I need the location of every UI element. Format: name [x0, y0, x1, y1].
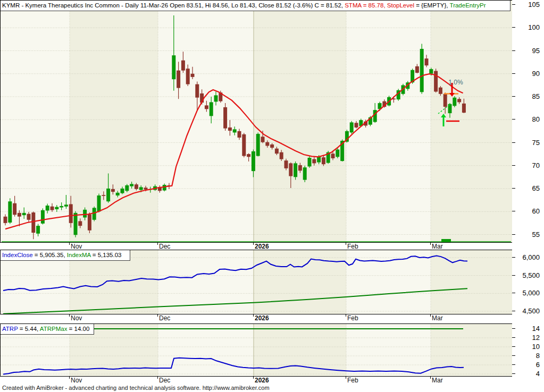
- y-axis-tick-label: 5,500: [515, 271, 540, 279]
- indexma-name: IndexMA: [67, 252, 91, 258]
- indexma-value: = 5,135.03: [91, 252, 122, 258]
- x-axis-tick: [253, 376, 254, 379]
- x-axis-month-label: Nov: [71, 377, 82, 384]
- x-axis-month-label: Feb: [347, 243, 358, 250]
- y-axis-tick-label: 55: [515, 231, 540, 238]
- x-axis-month-label: Mar: [432, 243, 443, 250]
- x-axis-month-label: Dec: [159, 377, 170, 384]
- x-axis-tick: [346, 314, 346, 317]
- x-axis-month-label: Mar: [432, 377, 443, 384]
- x-axis-tick: [69, 242, 70, 245]
- x-axis-tick: [157, 314, 158, 317]
- x-axis-month-label: Dec: [159, 314, 170, 322]
- risk-percent-label: 1.0%: [448, 79, 463, 86]
- x-axis-tick: [346, 242, 346, 245]
- title-stoplevel-value: = {EMPTY},: [414, 2, 450, 8]
- x-axis-tick: [346, 376, 346, 379]
- y-axis-tick-label: 65: [515, 184, 540, 192]
- x-axis-tick: [69, 376, 70, 379]
- indexclose-value: = 5,905.35,: [33, 252, 67, 258]
- y-axis-tick-label: 10: [515, 343, 540, 351]
- amibroker-window: 1.0% KYMR - Kymera Therapeutics Inc Comm…: [0, 0, 544, 392]
- price-axis-column: 1051009590858075706560556,0005,5005,0004…: [512, 0, 544, 392]
- x-axis-atrp-pane: NovDec2026FebMar: [0, 377, 513, 384]
- y-axis-tick-label: 5,000: [515, 289, 540, 297]
- y-axis-tick-label: 8: [515, 352, 540, 360]
- x-axis-tick: [69, 314, 70, 317]
- y-axis-tick-label: 80: [515, 115, 540, 123]
- atrp-value: = 5.44,: [18, 326, 40, 332]
- atrpmax-value: = 14.00: [67, 326, 89, 332]
- index-pane[interactable]: IndexClose = 5,905.35, IndexMA = 5,135.0…: [0, 250, 513, 314]
- x-axis-month-label: Dec: [159, 243, 170, 250]
- x-axis-month-label: 2026: [255, 243, 269, 250]
- y-axis-tick-label: 90: [515, 70, 540, 78]
- title-stoplevel-name: StopLevel: [387, 2, 414, 8]
- x-axis-month-label: 2026: [255, 314, 269, 322]
- indexclose-name: IndexClose: [2, 252, 33, 258]
- x-axis-tick: [430, 242, 431, 245]
- x-axis-month-label: Feb: [347, 314, 358, 322]
- y-axis-tick-label: 4,500: [515, 307, 540, 315]
- x-axis-month-label: Nov: [71, 243, 82, 250]
- y-axis-tick-label: 6,000: [515, 253, 540, 261]
- x-axis-tick: [157, 376, 158, 379]
- title-stma: STMA = 85.78,: [345, 2, 387, 8]
- price-chart: 1.0%: [1, 1, 512, 242]
- price-pane[interactable]: 1.0% KYMR - Kymera Therapeutics Inc Comm…: [0, 0, 513, 243]
- x-axis-tick: [430, 376, 431, 379]
- footer-credit: Created with AmiBroker - advanced charti…: [2, 385, 270, 391]
- atrp-name: ATRP: [2, 326, 18, 332]
- atrp-pane-title: ATRP = 5.44, ATRPMax = 14.00: [1, 324, 94, 335]
- y-axis-tick-label: 6: [515, 361, 540, 369]
- x-axis-tick: [430, 314, 431, 317]
- x-axis-month-label: Mar: [432, 314, 443, 322]
- index-pane-title: IndexClose = 5,905.35, IndexMA = 5,135.0…: [1, 250, 130, 261]
- position-bar: [441, 239, 451, 242]
- y-axis-tick-label: 70: [515, 161, 540, 169]
- month-bands: [1, 1, 512, 242]
- x-axis-price-pane: NovDec2026FebMar: [0, 243, 513, 250]
- y-axis-tick-label: 75: [515, 139, 540, 147]
- y-axis-tick-label: 100: [515, 23, 540, 31]
- title-trade-entry: TradeEntryPr: [450, 2, 486, 8]
- x-axis-month-label: Feb: [347, 377, 358, 384]
- y-axis-tick-label: 105: [515, 1, 540, 8]
- y-axis-tick-label: 95: [515, 47, 540, 55]
- y-axis-tick-label: 85: [515, 92, 540, 100]
- y-axis-tick-label: 14: [515, 325, 540, 333]
- title-symbol-info: KYMR - Kymera Therapeutics Inc Common - …: [2, 2, 345, 8]
- y-axis-tick-label: 60: [515, 207, 540, 215]
- x-axis-month-label: 2026: [255, 377, 269, 384]
- atrpmax-name: ATRPMax: [40, 326, 68, 332]
- x-axis-tick: [253, 314, 254, 317]
- x-axis-index-pane: NovDec2026FebMar: [0, 314, 513, 321]
- x-axis-tick: [253, 242, 254, 245]
- chart-title-bar: KYMR - Kymera Therapeutics Inc Common - …: [1, 1, 510, 11]
- atrp-pane[interactable]: ATRP = 5.44, ATRPMax = 14.00: [0, 323, 513, 377]
- x-axis-tick: [157, 242, 158, 245]
- y-axis-tick-label: 4: [515, 370, 540, 378]
- x-axis-month-label: Nov: [71, 314, 82, 322]
- y-axis-tick-label: 12: [515, 334, 540, 342]
